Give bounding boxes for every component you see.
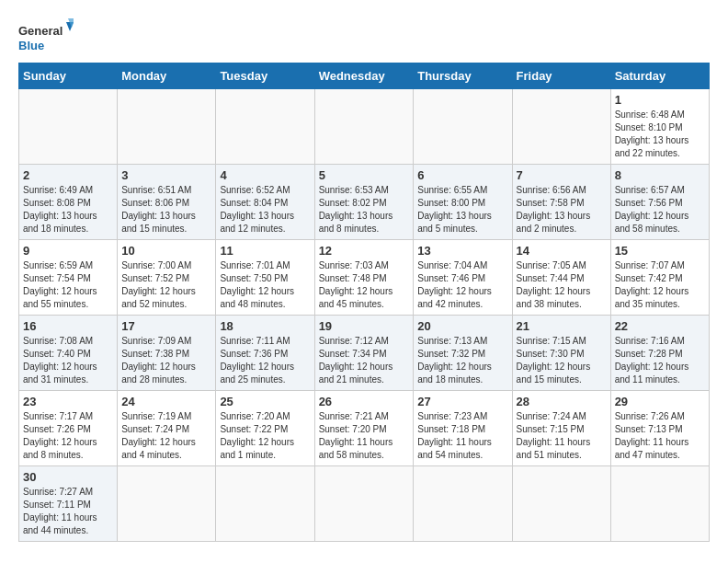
calendar-cell: [314, 89, 414, 165]
day-info: Sunrise: 7:19 AM Sunset: 7:24 PM Dayligh…: [121, 410, 211, 462]
calendar-cell: 3Sunrise: 6:51 AM Sunset: 8:06 PM Daylig…: [118, 165, 216, 240]
day-info: Sunrise: 7:13 AM Sunset: 7:32 PM Dayligh…: [417, 335, 507, 386]
day-number: 1: [615, 93, 705, 107]
calendar-cell: 24Sunrise: 7:19 AM Sunset: 7:24 PM Dayli…: [118, 391, 216, 466]
calendar-cell: 17Sunrise: 7:09 AM Sunset: 7:38 PM Dayli…: [118, 316, 216, 391]
day-info: Sunrise: 7:04 AM Sunset: 7:46 PM Dayligh…: [417, 259, 507, 311]
calendar-cell: 23Sunrise: 7:17 AM Sunset: 7:26 PM Dayli…: [19, 391, 118, 466]
day-number: 26: [319, 395, 410, 408]
day-number: 24: [121, 395, 211, 408]
day-number: 30: [23, 470, 113, 484]
day-info: Sunrise: 7:03 AM Sunset: 7:48 PM Dayligh…: [319, 259, 410, 311]
calendar-cell: [512, 89, 610, 165]
day-number: 14: [517, 244, 607, 258]
calendar-cell: 30Sunrise: 7:27 AM Sunset: 7:11 PM Dayli…: [19, 466, 118, 542]
day-info: Sunrise: 7:01 AM Sunset: 7:50 PM Dayligh…: [220, 259, 310, 311]
day-info: Sunrise: 7:15 AM Sunset: 7:30 PM Dayligh…: [517, 335, 607, 386]
calendar-header-friday: Friday: [512, 63, 610, 89]
calendar-cell: [216, 466, 314, 542]
calendar-cell: 22Sunrise: 7:16 AM Sunset: 7:28 PM Dayli…: [610, 316, 709, 391]
day-number: 28: [517, 395, 607, 408]
day-info: Sunrise: 7:08 AM Sunset: 7:40 PM Dayligh…: [23, 335, 113, 386]
calendar-cell: 6Sunrise: 6:55 AM Sunset: 8:00 PM Daylig…: [414, 165, 512, 240]
calendar-cell: 15Sunrise: 7:07 AM Sunset: 7:42 PM Dayli…: [610, 240, 709, 316]
day-info: Sunrise: 7:24 AM Sunset: 7:15 PM Dayligh…: [517, 410, 607, 462]
day-info: Sunrise: 7:23 AM Sunset: 7:18 PM Dayligh…: [417, 410, 507, 462]
calendar-week-3: 9Sunrise: 6:59 AM Sunset: 7:54 PM Daylig…: [19, 240, 710, 316]
day-number: 4: [220, 168, 310, 182]
calendar-cell: 29Sunrise: 7:26 AM Sunset: 7:13 PM Dayli…: [610, 391, 709, 466]
calendar-cell: [19, 89, 118, 165]
calendar-cell: 9Sunrise: 6:59 AM Sunset: 7:54 PM Daylig…: [19, 240, 118, 316]
calendar-cell: 1Sunrise: 6:48 AM Sunset: 8:10 PM Daylig…: [610, 89, 709, 165]
calendar-cell: 2Sunrise: 6:49 AM Sunset: 8:08 PM Daylig…: [19, 165, 118, 240]
calendar-cell: 27Sunrise: 7:23 AM Sunset: 7:18 PM Dayli…: [414, 391, 512, 466]
calendar-cell: [118, 466, 216, 542]
calendar-cell: 28Sunrise: 7:24 AM Sunset: 7:15 PM Dayli…: [512, 391, 610, 466]
calendar-cell: [512, 466, 610, 542]
day-number: 6: [417, 168, 507, 182]
day-info: Sunrise: 7:11 AM Sunset: 7:36 PM Dayligh…: [220, 335, 310, 386]
day-number: 21: [517, 319, 607, 333]
calendar-cell: 16Sunrise: 7:08 AM Sunset: 7:40 PM Dayli…: [19, 316, 118, 391]
page-header: General Blue: [18, 18, 710, 55]
calendar-cell: 25Sunrise: 7:20 AM Sunset: 7:22 PM Dayli…: [216, 391, 314, 466]
day-number: 13: [417, 244, 507, 258]
day-info: Sunrise: 6:59 AM Sunset: 7:54 PM Dayligh…: [23, 259, 113, 311]
day-number: 18: [220, 319, 310, 333]
logo: General Blue: [18, 18, 74, 55]
calendar-cell: [118, 89, 216, 165]
day-info: Sunrise: 6:49 AM Sunset: 8:08 PM Dayligh…: [23, 184, 113, 236]
day-number: 10: [121, 244, 211, 258]
day-number: 16: [23, 319, 113, 333]
calendar-header-tuesday: Tuesday: [216, 63, 314, 89]
calendar-cell: 14Sunrise: 7:05 AM Sunset: 7:44 PM Dayli…: [512, 240, 610, 316]
day-info: Sunrise: 6:57 AM Sunset: 7:56 PM Dayligh…: [615, 184, 705, 236]
calendar-cell: 21Sunrise: 7:15 AM Sunset: 7:30 PM Dayli…: [512, 316, 610, 391]
day-number: 29: [615, 395, 705, 408]
calendar-cell: 12Sunrise: 7:03 AM Sunset: 7:48 PM Dayli…: [314, 240, 414, 316]
calendar-cell: 8Sunrise: 6:57 AM Sunset: 7:56 PM Daylig…: [610, 165, 709, 240]
day-info: Sunrise: 7:27 AM Sunset: 7:11 PM Dayligh…: [23, 486, 113, 537]
day-info: Sunrise: 7:21 AM Sunset: 7:20 PM Dayligh…: [319, 410, 410, 462]
day-number: 8: [615, 168, 705, 182]
calendar-week-6: 30Sunrise: 7:27 AM Sunset: 7:11 PM Dayli…: [19, 466, 710, 542]
day-info: Sunrise: 7:07 AM Sunset: 7:42 PM Dayligh…: [615, 259, 705, 311]
calendar-week-4: 16Sunrise: 7:08 AM Sunset: 7:40 PM Dayli…: [19, 316, 710, 391]
calendar-cell: [610, 466, 709, 542]
day-number: 2: [23, 168, 113, 182]
calendar-cell: 19Sunrise: 7:12 AM Sunset: 7:34 PM Dayli…: [314, 316, 414, 391]
calendar-cell: 5Sunrise: 6:53 AM Sunset: 8:02 PM Daylig…: [314, 165, 414, 240]
day-info: Sunrise: 7:12 AM Sunset: 7:34 PM Dayligh…: [319, 335, 410, 386]
day-info: Sunrise: 7:17 AM Sunset: 7:26 PM Dayligh…: [23, 410, 113, 462]
day-number: 11: [220, 244, 310, 258]
day-number: 7: [517, 168, 607, 182]
day-info: Sunrise: 7:05 AM Sunset: 7:44 PM Dayligh…: [517, 259, 607, 311]
calendar-week-5: 23Sunrise: 7:17 AM Sunset: 7:26 PM Dayli…: [19, 391, 710, 466]
day-number: 27: [417, 395, 507, 408]
day-info: Sunrise: 6:51 AM Sunset: 8:06 PM Dayligh…: [121, 184, 211, 236]
calendar-table: SundayMondayTuesdayWednesdayThursdayFrid…: [18, 63, 710, 542]
calendar-header-saturday: Saturday: [610, 63, 709, 89]
calendar-cell: 11Sunrise: 7:01 AM Sunset: 7:50 PM Dayli…: [216, 240, 314, 316]
day-number: 12: [319, 244, 410, 258]
day-number: 22: [615, 319, 705, 333]
day-number: 15: [615, 244, 705, 258]
day-info: Sunrise: 7:09 AM Sunset: 7:38 PM Dayligh…: [121, 335, 211, 386]
day-info: Sunrise: 6:53 AM Sunset: 8:02 PM Dayligh…: [319, 184, 410, 236]
svg-text:Blue: Blue: [18, 39, 44, 52]
day-number: 19: [319, 319, 410, 333]
day-number: 20: [417, 319, 507, 333]
calendar-cell: 20Sunrise: 7:13 AM Sunset: 7:32 PM Dayli…: [414, 316, 512, 391]
day-info: Sunrise: 7:26 AM Sunset: 7:13 PM Dayligh…: [615, 410, 705, 462]
day-number: 23: [23, 395, 113, 408]
logo-svg: General Blue: [18, 18, 74, 55]
calendar-week-2: 2Sunrise: 6:49 AM Sunset: 8:08 PM Daylig…: [19, 165, 710, 240]
day-info: Sunrise: 6:56 AM Sunset: 7:58 PM Dayligh…: [517, 184, 607, 236]
day-number: 17: [121, 319, 211, 333]
day-info: Sunrise: 6:52 AM Sunset: 8:04 PM Dayligh…: [220, 184, 310, 236]
day-info: Sunrise: 6:48 AM Sunset: 8:10 PM Dayligh…: [615, 109, 705, 160]
calendar-week-1: 1Sunrise: 6:48 AM Sunset: 8:10 PM Daylig…: [19, 89, 710, 165]
calendar-cell: 13Sunrise: 7:04 AM Sunset: 7:46 PM Dayli…: [414, 240, 512, 316]
calendar-header-wednesday: Wednesday: [314, 63, 414, 89]
